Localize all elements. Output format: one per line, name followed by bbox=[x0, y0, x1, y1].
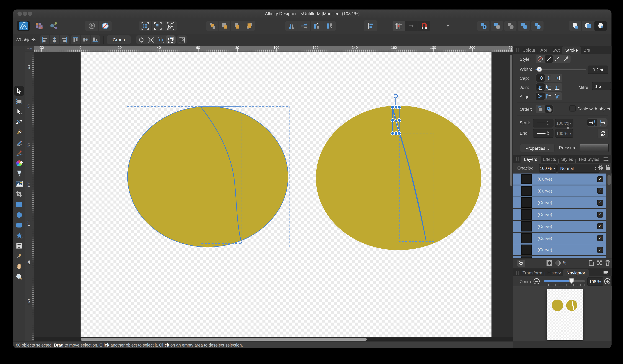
layer-visibility-checkbox[interactable]: ✓ bbox=[597, 223, 603, 229]
tool-vector-brush[interactable] bbox=[14, 148, 24, 158]
style-dashed-button[interactable] bbox=[553, 55, 562, 63]
select-pixel-grid-subtle-button[interactable] bbox=[152, 21, 164, 31]
vertical-scrollbar[interactable] bbox=[510, 55, 512, 186]
fx-layer-icon[interactable]: fx bbox=[563, 260, 566, 266]
mask-layer-icon[interactable] bbox=[546, 260, 552, 266]
start-line-style-select[interactable] bbox=[533, 119, 554, 128]
tool-pencil[interactable] bbox=[14, 138, 24, 148]
flip-vertical-button[interactable] bbox=[298, 21, 311, 31]
layer-thumbnail[interactable] bbox=[521, 197, 532, 208]
cycle-selection-box-button[interactable] bbox=[166, 35, 176, 44]
select-pixel-grid-button[interactable] bbox=[139, 21, 152, 31]
tool-pen[interactable] bbox=[14, 128, 24, 137]
align-centre-button[interactable] bbox=[536, 92, 545, 100]
tab-styles[interactable]: Styles bbox=[559, 156, 575, 163]
layer-thumbnail[interactable] bbox=[521, 245, 532, 255]
tool-vector-crop[interactable] bbox=[14, 190, 24, 199]
tool-artboard[interactable] bbox=[14, 97, 24, 106]
forward-one-button[interactable] bbox=[231, 21, 243, 31]
layer-row[interactable]: (Curve)✓ bbox=[513, 244, 606, 255]
rotate-cw-button[interactable] bbox=[323, 21, 336, 31]
transform-objects-separately-button[interactable] bbox=[177, 35, 187, 44]
rotate-ccw-button[interactable] bbox=[311, 21, 323, 31]
insert-behind-button[interactable] bbox=[569, 21, 582, 31]
boolean-add-button[interactable] bbox=[477, 21, 490, 31]
hide-selection-button[interactable] bbox=[146, 35, 156, 44]
select-objects-button[interactable] bbox=[164, 21, 177, 31]
align-inside-button[interactable] bbox=[545, 92, 553, 100]
tool-place-image[interactable] bbox=[14, 179, 24, 189]
tab-layers[interactable]: Layers bbox=[521, 156, 541, 163]
boolean-combine-button[interactable] bbox=[531, 21, 544, 31]
layer-visibility-checkbox[interactable]: ✓ bbox=[597, 235, 603, 241]
vertical-ruler[interactable]: 40 60 80 100 120 140 160 bbox=[24, 52, 35, 342]
layer-thumbnail[interactable] bbox=[521, 209, 532, 220]
rotation-handle[interactable] bbox=[394, 94, 398, 98]
boolean-subtract-button[interactable] bbox=[491, 21, 503, 31]
horizontal-ruler[interactable]: -20 0 20 40 60 80 100 120 140 160 180 20… bbox=[34, 45, 513, 51]
stroke-behind-button[interactable] bbox=[536, 105, 545, 113]
mitre-value-field[interactable]: 1.5 bbox=[592, 82, 611, 90]
tab-apr[interactable]: Apr bbox=[538, 46, 549, 54]
join-mitre-button[interactable] bbox=[553, 83, 562, 91]
tool-fill[interactable] bbox=[14, 158, 24, 168]
horizontal-scrollbar-track[interactable] bbox=[34, 337, 513, 342]
flower-arrow-button[interactable] bbox=[85, 21, 99, 31]
zoom-slider-track[interactable] bbox=[544, 280, 585, 282]
style-none-button[interactable] bbox=[536, 55, 545, 63]
tab-brs[interactable]: Brs bbox=[581, 46, 592, 54]
new-layer-icon[interactable] bbox=[589, 260, 594, 266]
layer-visibility-checkbox[interactable]: ✓ bbox=[597, 176, 603, 182]
delete-layer-trash-icon[interactable] bbox=[605, 260, 610, 266]
tool-view[interactable] bbox=[14, 262, 24, 271]
tab-transform[interactable]: Transform bbox=[521, 269, 544, 276]
zoom-value-field[interactable]: 108 % bbox=[587, 277, 603, 286]
layer-row[interactable]: (Curve)✓ bbox=[513, 209, 606, 220]
layer-settings-gear-icon[interactable] bbox=[597, 164, 604, 171]
panel-menu-icon[interactable] bbox=[603, 271, 609, 275]
tab-navigator[interactable]: Navigator bbox=[563, 269, 589, 276]
horizontal-scrollbar-thumb[interactable] bbox=[81, 338, 367, 341]
swap-start-end-button[interactable] bbox=[597, 128, 609, 138]
left-ellipse-object[interactable] bbox=[128, 107, 288, 247]
cap-butt-button[interactable] bbox=[545, 74, 553, 82]
scale-with-object-checkbox[interactable] bbox=[569, 105, 576, 112]
tool-zoom[interactable] bbox=[14, 272, 24, 281]
tab-history[interactable]: History bbox=[545, 269, 563, 276]
pixel-grid-button[interactable] bbox=[34, 21, 44, 31]
layer-row[interactable]: (Curve)✓ bbox=[513, 232, 606, 243]
adjustment-layer-icon[interactable] bbox=[555, 260, 561, 266]
tab-text-styles[interactable]: Text Styles bbox=[576, 156, 601, 163]
to-back-button[interactable] bbox=[219, 21, 231, 31]
layer-thumbnail[interactable] bbox=[521, 221, 532, 231]
panel-grip[interactable] bbox=[516, 157, 519, 161]
style-solid-button[interactable] bbox=[545, 55, 553, 63]
tab-swt[interactable]: Swt bbox=[551, 46, 562, 54]
tool-rounded-rectangle[interactable] bbox=[14, 220, 24, 230]
layer-thumbnail[interactable] bbox=[521, 257, 532, 258]
tool-transparency[interactable] bbox=[14, 169, 24, 178]
tool-colour-picker[interactable] bbox=[14, 251, 24, 261]
ruler-unit-corner[interactable]: mm bbox=[24, 45, 34, 52]
tool-text[interactable]: T bbox=[14, 241, 24, 251]
back-one-button[interactable] bbox=[206, 21, 219, 31]
end-line-style-select[interactable] bbox=[533, 129, 554, 138]
layers-scrollbar-track[interactable] bbox=[606, 173, 611, 258]
tool-ellipse[interactable] bbox=[14, 210, 24, 220]
layer-visibility-checkbox[interactable]: ✓ bbox=[597, 188, 603, 194]
stroke-front-button[interactable] bbox=[545, 105, 553, 113]
arrow-inside-button[interactable] bbox=[587, 119, 597, 126]
panel-grip[interactable] bbox=[516, 48, 519, 52]
snap-grid-button[interactable] bbox=[393, 21, 405, 31]
blend-mode-select[interactable]: Normal ▲▼ bbox=[557, 164, 600, 173]
lock-layer-icon[interactable] bbox=[605, 164, 610, 171]
align-right-button[interactable] bbox=[60, 35, 69, 44]
tool-move[interactable] bbox=[14, 86, 24, 96]
join-bevel-button[interactable] bbox=[545, 83, 553, 91]
snapping-magnet-button[interactable] bbox=[418, 21, 430, 31]
group-button[interactable]: Group bbox=[107, 35, 131, 44]
transform-origin-button[interactable] bbox=[136, 35, 146, 44]
layer-row[interactable]: (Curve)✓ bbox=[513, 197, 606, 208]
edit-all-layers-button[interactable] bbox=[517, 260, 525, 267]
layer-row[interactable]: (Curve)✓ bbox=[513, 173, 606, 185]
